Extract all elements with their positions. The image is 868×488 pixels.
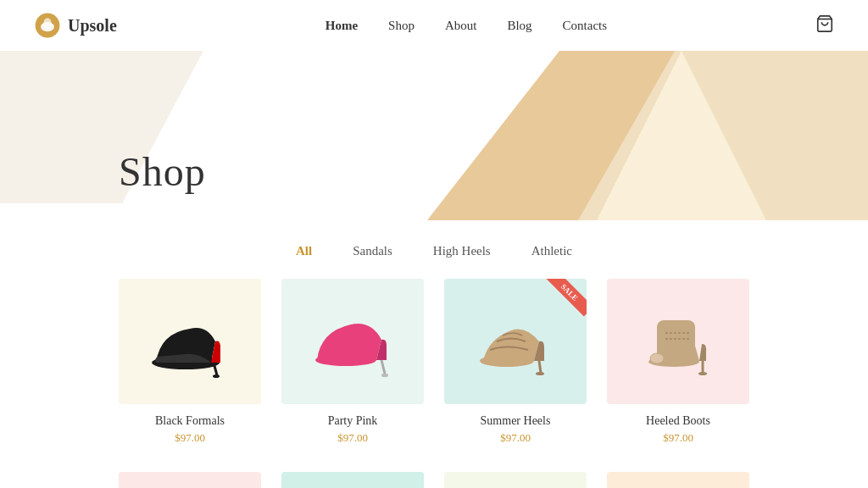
product-image-wrap (607, 279, 749, 404)
product-card-partial[interactable] (607, 472, 749, 488)
product-price: $97.00 (500, 431, 531, 445)
logo[interactable]: Upsole (34, 12, 117, 39)
svg-point-17 (650, 353, 664, 363)
hero-banner: Shop (0, 51, 868, 220)
filter-athletic[interactable]: Athletic (531, 244, 572, 258)
svg-point-12 (480, 355, 534, 367)
shoe-image (302, 299, 403, 384)
product-card-partial[interactable] (444, 472, 587, 488)
product-image-wrap: SALE (444, 279, 587, 404)
product-name: Black Formals (155, 414, 225, 428)
shoe-image (139, 299, 241, 384)
svg-rect-8 (381, 374, 388, 377)
filter-sandals[interactable]: Sandals (353, 244, 392, 258)
nav-blog[interactable]: Blog (507, 19, 531, 33)
product-image-wrap (444, 472, 587, 488)
page-title: Shop (119, 148, 206, 195)
main-nav: Home Shop About Blog Contacts (326, 19, 607, 33)
logo-text: Upsole (68, 16, 117, 36)
product-price: $97.00 (175, 431, 205, 445)
filter-high-heels[interactable]: High Heels (433, 244, 491, 258)
product-image-wrap (607, 472, 749, 488)
shoe-image (640, 476, 716, 488)
product-name: Summer Heels (481, 414, 551, 428)
header: Upsole Home Shop About Blog Contacts (0, 0, 868, 51)
products-grid: Black Formals $97.00 Party Pink $97.00 S… (0, 279, 868, 472)
product-card-partial[interactable] (281, 472, 424, 488)
product-image-wrap (281, 472, 424, 488)
filter-tabs: All Sandals High Heels Athletic (0, 220, 868, 279)
product-image-wrap (119, 279, 261, 404)
nav-contacts[interactable]: Contacts (563, 19, 608, 33)
filter-all[interactable]: All (296, 244, 312, 258)
product-image-wrap (119, 472, 261, 488)
nav-about[interactable]: About (445, 19, 477, 33)
svg-line-10 (539, 361, 541, 373)
logo-icon (34, 12, 61, 39)
sale-badge: SALE (546, 279, 587, 316)
shoe-image (477, 476, 554, 488)
svg-line-7 (381, 360, 385, 374)
sale-badge-wrap: SALE (544, 279, 587, 321)
shoe-image (627, 295, 729, 388)
svg-point-6 (213, 374, 220, 378)
product-name: Heeled Boots (646, 414, 710, 428)
shoe-image (314, 476, 391, 488)
svg-point-9 (315, 354, 376, 366)
cart-icon[interactable] (815, 14, 834, 37)
nav-home[interactable]: Home (326, 19, 358, 33)
nav-shop[interactable]: Shop (388, 19, 415, 33)
svg-point-15 (698, 372, 707, 375)
product-price: $97.00 (337, 431, 368, 445)
product-card[interactable]: Black Formals $97.00 (119, 279, 261, 445)
product-price: $97.00 (663, 431, 693, 445)
product-card-partial[interactable] (119, 472, 261, 488)
product-card[interactable]: Party Pink $97.00 (281, 279, 424, 445)
product-image-wrap (281, 279, 424, 404)
product-name: Party Pink (328, 414, 378, 428)
product-card[interactable]: SALE Summer Heels $97.00 (444, 279, 587, 445)
svg-point-2 (43, 18, 52, 30)
svg-point-11 (536, 372, 544, 375)
product-card[interactable]: Heeled Boots $97.00 (607, 279, 749, 445)
shoe-image (152, 476, 228, 488)
products-grid-bottom (0, 472, 868, 488)
